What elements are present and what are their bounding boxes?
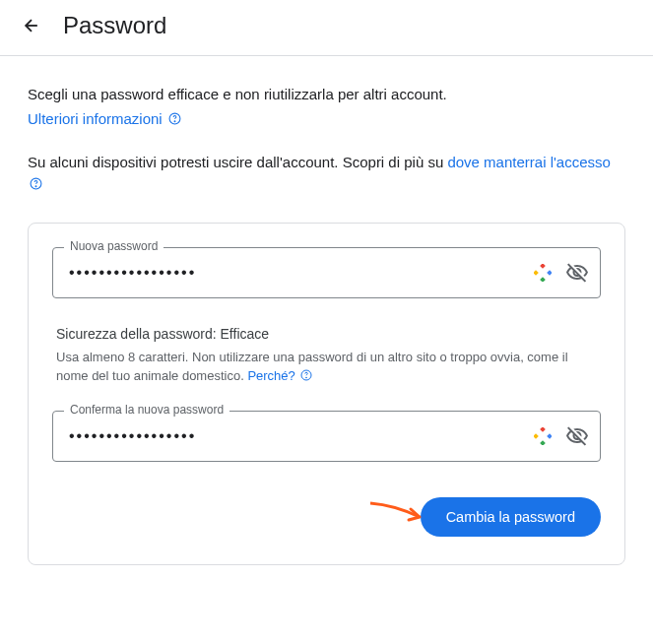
button-row: Cambia la password xyxy=(52,497,601,537)
input-icons xyxy=(534,424,589,448)
password-strength-section: Sicurezza della password: Efficace Usa a… xyxy=(56,326,597,387)
svg-rect-13 xyxy=(540,440,546,445)
toggle-visibility-icon[interactable] xyxy=(565,424,589,448)
password-manager-icon[interactable] xyxy=(534,427,552,445)
password-strength-description: Usa almeno 8 caratteri. Non utilizzare u… xyxy=(56,348,597,387)
content-area: Scegli una password efficace e non riuti… xyxy=(0,56,653,565)
new-password-field-wrapper: Nuova password xyxy=(52,247,601,298)
svg-point-1 xyxy=(174,121,175,122)
logout-notice: Su alcuni dispositivi potresti uscire da… xyxy=(28,152,625,197)
svg-rect-5 xyxy=(534,270,539,276)
toggle-visibility-icon[interactable] xyxy=(565,261,589,285)
input-icons xyxy=(534,261,589,285)
change-password-button[interactable]: Cambia la password xyxy=(421,497,601,537)
help-icon xyxy=(300,367,312,387)
confirm-password-input[interactable] xyxy=(52,411,601,462)
help-icon xyxy=(168,111,181,128)
svg-rect-12 xyxy=(547,433,552,439)
help-icon xyxy=(30,174,42,197)
confirm-password-field-wrapper: Conferma la nuova password xyxy=(52,411,601,462)
svg-rect-10 xyxy=(540,427,546,432)
confirm-password-label: Conferma la nuova password xyxy=(64,403,229,417)
svg-rect-11 xyxy=(534,433,539,439)
logout-notice-text: Su alcuni dispositivi potresti uscire da… xyxy=(28,154,447,170)
password-manager-icon[interactable] xyxy=(534,264,552,282)
svg-rect-4 xyxy=(540,264,546,269)
password-form-card: Nuova password Si xyxy=(28,223,625,565)
why-link[interactable]: Perché? xyxy=(247,368,312,383)
back-button[interactable] xyxy=(20,14,43,37)
password-strength-title: Sicurezza della password: Efficace xyxy=(56,326,597,342)
svg-rect-7 xyxy=(540,277,546,282)
new-password-label: Nuova password xyxy=(64,239,163,253)
new-password-input[interactable] xyxy=(52,247,601,298)
page-title: Password xyxy=(63,12,166,39)
arrow-left-icon xyxy=(22,16,41,35)
more-info-link[interactable]: Ulteriori informazioni xyxy=(28,110,181,127)
svg-point-9 xyxy=(306,377,307,378)
svg-rect-6 xyxy=(547,270,552,276)
more-info-label: Ulteriori informazioni xyxy=(28,110,163,127)
svg-point-3 xyxy=(35,186,36,187)
intro-description: Scegli una password efficace e non riuti… xyxy=(28,84,625,106)
page-header: Password xyxy=(0,0,653,56)
